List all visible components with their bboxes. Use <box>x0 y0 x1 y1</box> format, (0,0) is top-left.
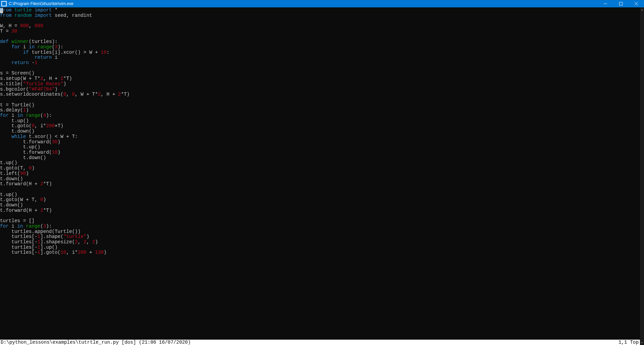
vertical-scrollbar[interactable]: ▴ ▾ <box>640 7 644 345</box>
status-bar: D:\python_lessons\examples\tutrtle_run.p… <box>0 340 640 345</box>
close-button[interactable] <box>629 0 644 7</box>
close-icon <box>635 2 638 5</box>
app-icon <box>1 1 7 6</box>
maximize-button[interactable] <box>613 0 629 7</box>
svg-rect-0 <box>620 2 623 5</box>
minimize-button[interactable] <box>598 0 613 7</box>
titlebar[interactable]: C:\Program Files\Git\usr\bin\vim.exe <box>0 0 644 7</box>
window-title: C:\Program Files\Git\usr\bin\vim.exe <box>9 1 73 6</box>
status-file-info: D:\python_lessons\examples\tutrtle_run.p… <box>0 340 191 345</box>
minimize-icon <box>604 2 607 5</box>
status-position: 1,1 Top <box>618 340 640 345</box>
editor-area: from turtle import * from random import … <box>0 7 644 345</box>
window-controls <box>598 0 644 7</box>
maximize-icon <box>619 2 623 5</box>
code-editor[interactable]: from turtle import * from random import … <box>0 7 640 340</box>
scroll-down-arrow-icon[interactable]: ▾ <box>640 340 644 345</box>
scroll-up-arrow-icon[interactable]: ▴ <box>640 7 644 12</box>
